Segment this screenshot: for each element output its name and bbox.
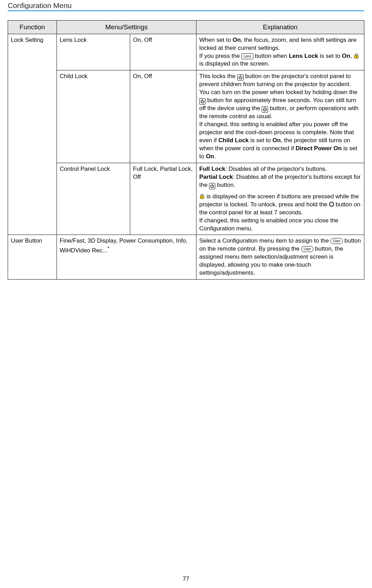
- menu-child-lock: Child Lock: [57, 70, 130, 163]
- table-header-row: Function Menu/Settings Explanation: [8, 21, 364, 34]
- settings-child-lock: On, Off: [130, 70, 196, 163]
- function-user-button: User Button: [8, 235, 57, 280]
- menu-control-panel-lock: Control Panel Lock: [57, 163, 130, 235]
- col-menu: Menu/Settings: [57, 21, 196, 34]
- user-button-icon: User: [330, 238, 343, 244]
- text: : Disables all of the projector's button…: [225, 166, 327, 172]
- text: is set to: [318, 53, 342, 59]
- text: Fine/Fast, 3D Display, Power Consumption…: [60, 237, 187, 254]
- explanation-child-lock: This locks the ⏻ button on the projector…: [196, 70, 364, 163]
- text-bold: Lens Lock: [289, 53, 318, 59]
- text: is set to: [249, 137, 273, 144]
- explanation-control-panel-lock: Full Lock: Disables all of the projector…: [196, 163, 364, 235]
- col-function: Function: [8, 21, 57, 34]
- text: When set to: [199, 37, 232, 43]
- text-bold: Partial Lock: [199, 174, 233, 180]
- text-bold: Child Lock: [218, 137, 249, 144]
- settings-table: Function Menu/Settings Explanation Lock …: [8, 20, 364, 280]
- text-bold: On: [342, 53, 350, 59]
- function-lock-setting: Lock Setting: [8, 34, 57, 235]
- text: This locks the: [199, 73, 237, 79]
- text-bold: On: [232, 37, 241, 43]
- col-explanation: Explanation: [196, 21, 364, 34]
- text: Select a Configuration menu item to assi…: [199, 237, 330, 244]
- asterisk: *: [107, 245, 110, 251]
- page-header: Configuration Menu: [8, 0, 364, 11]
- text: is displayed on the screen if buttons ar…: [199, 193, 359, 208]
- text: If you press the: [199, 53, 241, 59]
- table-row: Lock Setting Lens Lock On, Off When set …: [8, 34, 364, 70]
- lock-icon: [354, 53, 359, 59]
- user-button-icon: User: [301, 246, 313, 252]
- text: button when: [255, 53, 289, 59]
- table-row: Child Lock On, Off This locks the ⏻ butt…: [8, 70, 364, 163]
- settings-control-panel-lock: Full Lock, Partial Lock, Off: [130, 163, 196, 235]
- text-bold: On: [273, 137, 281, 144]
- menu-lens-lock: Lens Lock: [57, 34, 130, 70]
- explanation-user-button: Select a Configuration menu item to assi…: [196, 235, 364, 280]
- svg-rect-1: [356, 56, 357, 57]
- power-button-icon: ⏻: [209, 183, 215, 189]
- table-row: Control Panel Lock Full Lock, Partial Lo…: [8, 163, 364, 235]
- text-bold: Full Lock: [199, 166, 225, 172]
- page-title: Configuration Menu: [8, 1, 72, 9]
- text: button.: [217, 182, 235, 188]
- power-button-icon: ⏻: [237, 74, 244, 81]
- text: If changed, this setting is enabled once…: [199, 217, 338, 232]
- text-bold: On: [206, 153, 214, 160]
- text: ,: [350, 53, 353, 59]
- power-button-icon: ⏻: [262, 106, 268, 113]
- lock-icon: [199, 193, 205, 199]
- settings-lens-lock: On, Off: [130, 34, 196, 70]
- lens-button-icon: Lens: [241, 53, 253, 59]
- text: .: [214, 153, 216, 160]
- power-button-icon: ⏻: [199, 98, 206, 105]
- svg-rect-3: [202, 197, 202, 198]
- text: is displayed on the screen.: [199, 60, 269, 67]
- menu-user-button: Fine/Fast, 3D Display, Power Consumption…: [57, 235, 196, 280]
- explanation-lens-lock: When set to On, the focus, zoom, and len…: [196, 34, 364, 70]
- circle-button-icon: [329, 202, 334, 207]
- table-row: User Button Fine/Fast, 3D Display, Power…: [8, 235, 364, 280]
- page-number: 77: [0, 575, 372, 582]
- text-bold: Direct Power On: [296, 145, 342, 152]
